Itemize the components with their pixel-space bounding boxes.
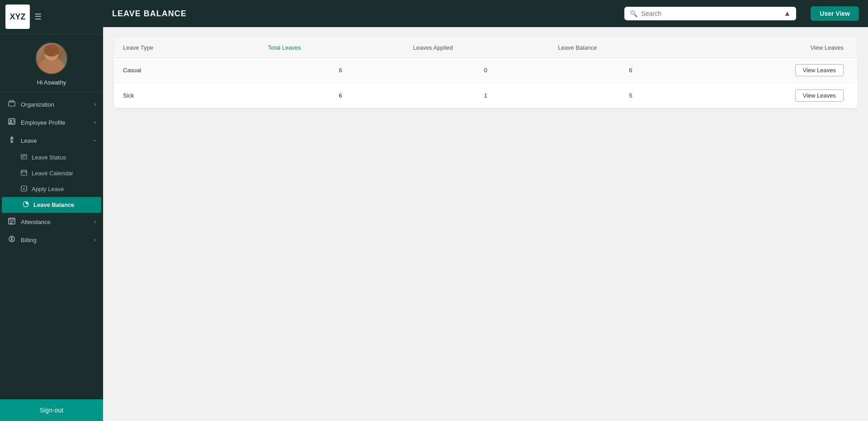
leave-calendar-icon xyxy=(21,169,27,177)
billing-label: Billing xyxy=(21,237,90,243)
svg-rect-16 xyxy=(21,170,27,175)
employee-icon xyxy=(7,118,16,127)
nav-menu: Organization › Employee Profile › Leave … xyxy=(0,92,103,399)
leaves-applied-cell: 1 xyxy=(413,92,558,99)
leave-type-cell: Sick xyxy=(123,92,268,99)
leave-status-label: Leave Status xyxy=(32,154,66,161)
th-total-leaves: Total Leaves xyxy=(268,44,413,51)
leave-status-icon xyxy=(21,154,27,161)
search-icon: 🔍 xyxy=(630,10,637,17)
view-leaves-cell: View Leaves xyxy=(703,64,848,76)
view-leaves-button-casual[interactable]: View Leaves xyxy=(795,64,844,76)
leave-balance-cell: 6 xyxy=(558,67,703,74)
sidebar-item-leave-calendar[interactable]: Leave Calendar xyxy=(0,165,103,181)
view-leaves-cell: View Leaves xyxy=(703,89,848,102)
attendance-chevron: › xyxy=(94,219,96,225)
avatar-image xyxy=(36,42,67,74)
employee-profile-chevron: › xyxy=(94,119,96,126)
content-area: Leave Type Total Leaves Leaves Applied L… xyxy=(103,27,868,421)
leave-balance-table: Leave Type Total Leaves Leaves Applied L… xyxy=(114,38,857,108)
apply-leave-label: Apply Leave xyxy=(32,186,64,192)
organization-icon xyxy=(7,100,16,109)
organization-label: Organization xyxy=(21,101,90,108)
sidebar-item-leave-status[interactable]: Leave Status xyxy=(0,150,103,165)
leave-calendar-label: Leave Calendar xyxy=(32,170,73,177)
sidebar-item-employee-profile[interactable]: Employee Profile › xyxy=(0,113,103,131)
total-leaves-cell: 6 xyxy=(268,67,413,74)
th-leave-balance: Leave Balance xyxy=(558,44,703,51)
hamburger-icon[interactable]: ☰ xyxy=(34,12,42,22)
leave-balance-label: Leave Balance xyxy=(33,201,74,208)
sidebar-item-organization[interactable]: Organization › xyxy=(0,95,103,113)
svg-rect-13 xyxy=(21,154,27,159)
svg-point-2 xyxy=(44,45,59,56)
leave-icon xyxy=(7,136,16,145)
sidebar: XYZ ☰ Hi Aswathy Organization › xyxy=(0,0,103,421)
leave-label: Leave xyxy=(21,137,90,144)
attendance-label: Attendance xyxy=(21,219,90,225)
user-section: Hi Aswathy xyxy=(0,34,103,92)
sidebar-header: XYZ ☰ xyxy=(0,0,103,34)
svg-point-6 xyxy=(10,120,12,122)
attendance-icon xyxy=(7,217,16,226)
logo: XYZ xyxy=(5,5,30,29)
table-row: Sick 6 1 5 View Leaves xyxy=(114,83,857,108)
greeting-text: Hi Aswathy xyxy=(37,79,66,86)
search-bar: 🔍 ▲ xyxy=(624,7,796,20)
search-input[interactable] xyxy=(641,10,780,17)
sidebar-item-apply-leave[interactable]: Apply Leave xyxy=(0,181,103,197)
apply-leave-icon xyxy=(21,185,27,193)
topbar: LEAVE BALANCE 🔍 ▲ User View xyxy=(103,0,868,27)
view-leaves-button-sick[interactable]: View Leaves xyxy=(795,89,844,102)
user-view-button[interactable]: User View xyxy=(811,6,859,21)
billing-icon xyxy=(7,235,16,244)
total-leaves-cell: 6 xyxy=(268,92,413,99)
filter-icon[interactable]: ▲ xyxy=(783,9,791,18)
sidebar-item-attendance[interactable]: Attendance › xyxy=(0,213,103,231)
sidebar-item-leave[interactable]: Leave › xyxy=(0,131,103,150)
leave-chevron: › xyxy=(92,140,98,141)
th-leaves-applied: Leaves Applied xyxy=(413,44,558,51)
leave-balance-icon xyxy=(23,201,29,209)
billing-chevron: › xyxy=(94,237,96,243)
page-title: LEAVE BALANCE xyxy=(112,9,187,19)
leaves-applied-cell: 0 xyxy=(413,67,558,74)
avatar xyxy=(35,42,68,75)
leave-type-cell: Casual xyxy=(123,67,268,74)
table-row: Casual 6 0 6 View Leaves xyxy=(114,58,857,83)
table-header: Leave Type Total Leaves Leaves Applied L… xyxy=(114,38,857,58)
organization-chevron: › xyxy=(94,101,96,108)
sidebar-item-billing[interactable]: Billing › xyxy=(0,231,103,249)
leave-balance-cell: 5 xyxy=(558,92,703,99)
signout-button[interactable]: Sign-out xyxy=(0,399,103,421)
th-view-leaves: View Leaves xyxy=(703,44,848,51)
sidebar-item-leave-balance[interactable]: Leave Balance xyxy=(2,197,101,213)
main-content: LEAVE BALANCE 🔍 ▲ User View Leave Type T… xyxy=(103,0,868,421)
employee-profile-label: Employee Profile xyxy=(21,119,90,126)
th-leave-type: Leave Type xyxy=(123,44,268,51)
